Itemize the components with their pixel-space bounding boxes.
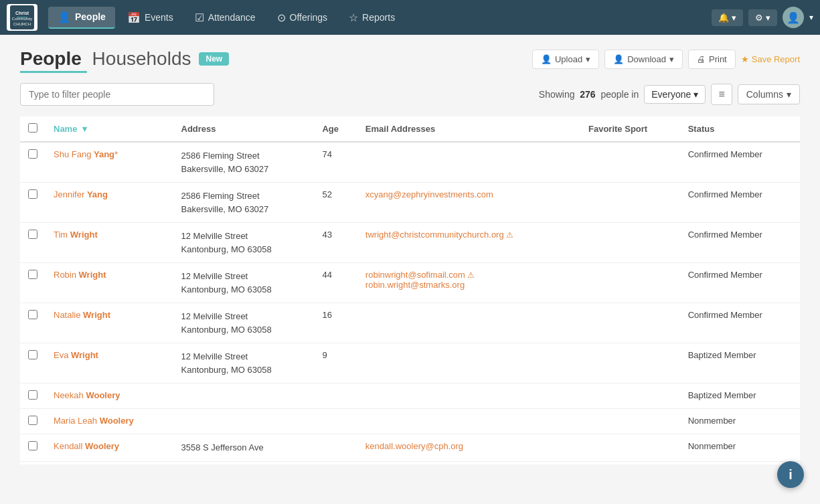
col-name[interactable]: Name ▾: [46, 116, 173, 142]
chevron-down-icon: ▾: [693, 89, 698, 100]
person-name-link[interactable]: Kendall Woolery: [54, 441, 119, 451]
person-name-link[interactable]: Eva Wright: [54, 350, 98, 360]
row-checkbox[interactable]: [28, 350, 37, 359]
reports-icon: ☆: [349, 11, 358, 24]
row-checkbox[interactable]: [28, 390, 37, 400]
download-chevron-icon: ▾: [669, 54, 674, 64]
download-button[interactable]: 👤 Download ▾: [604, 50, 683, 69]
page-title: People Households: [20, 48, 191, 70]
row-address-cell: 12 Melville StreetKantonburg, MO 63058: [173, 303, 315, 343]
table-header: Name ▾ Address Age Email Addresses Favor…: [20, 116, 800, 142]
upload-icon: 👤: [541, 54, 552, 64]
row-status-cell: Nonmember: [680, 409, 800, 434]
row-status-cell: Confirmed Member: [680, 223, 800, 263]
people-table: Name ▾ Address Age Email Addresses Favor…: [20, 116, 800, 465]
svg-text:Christ: Christ: [15, 11, 29, 15]
table-row: Shu Fang Yang*2586 Fleming StreetBakersv…: [20, 142, 800, 183]
table-row: Eva Wright12 Melville StreetKantonburg, …: [20, 343, 800, 384]
row-address-cell: 12 Melville StreetKantonburg, MO 63058: [173, 343, 315, 384]
select-all-header: [20, 116, 46, 142]
row-name-cell: Robin Wright: [46, 263, 173, 303]
row-age-cell: 44: [314, 263, 357, 303]
row-checkbox-cell: [20, 263, 46, 303]
row-checkbox-cell: [20, 384, 46, 409]
row-status-cell: Nonmember: [680, 434, 800, 462]
row-checkbox[interactable]: [28, 230, 37, 239]
new-badge[interactable]: New: [199, 52, 229, 66]
col-email: Email Addresses: [357, 116, 580, 142]
person-name-link[interactable]: Shu Fang Yang*: [54, 149, 118, 159]
avatar[interactable]: 👤: [783, 7, 804, 28]
upload-button[interactable]: 👤 Upload ▾: [532, 50, 599, 69]
person-name-link[interactable]: Robin Wright: [54, 270, 106, 280]
row-sport-cell: [580, 434, 680, 462]
row-address-cell: [173, 409, 315, 434]
row-email-cell: [357, 343, 580, 384]
email-link[interactable]: kendall.woolery@cph.org: [365, 441, 463, 451]
nav-item-offerings[interactable]: ⊙ Offerings: [268, 7, 337, 28]
filter-list-button[interactable]: ≡: [711, 84, 732, 105]
row-name-cell: Maria Leah Woolery: [46, 409, 173, 434]
search-input[interactable]: [20, 83, 214, 106]
col-address: Address: [173, 116, 315, 142]
table-container: Name ▾ Address Age Email Addresses Favor…: [20, 116, 800, 465]
everyone-select[interactable]: Everyone ▾: [644, 85, 706, 104]
row-checkbox-cell: [20, 461, 46, 465]
row-checkbox[interactable]: [28, 416, 37, 425]
row-age-cell: [314, 409, 357, 434]
nav-item-events[interactable]: 📅 Events: [118, 7, 183, 28]
row-email-cell: [357, 461, 580, 465]
row-address-cell: [173, 461, 315, 465]
nav-item-people[interactable]: 👤 People: [48, 7, 115, 29]
nav-label-events: Events: [145, 12, 173, 23]
columns-chevron-icon: ▾: [787, 89, 791, 100]
nav-item-attendance[interactable]: ☑ Attendance: [185, 7, 265, 28]
email-link[interactable]: robinwright@sofimail.com: [365, 270, 465, 280]
row-sport-cell: [580, 183, 680, 223]
row-checkbox-cell: [20, 183, 46, 223]
columns-button[interactable]: Columns ▾: [738, 84, 800, 104]
row-checkbox-cell: [20, 434, 46, 462]
notifications-button[interactable]: 🔔▾: [712, 9, 743, 26]
row-status-cell: Confirmed Member: [680, 183, 800, 223]
table-row: Maria Leah WooleryNonmember: [20, 409, 800, 434]
row-email-cell: [357, 384, 580, 409]
bell-icon: 🔔: [718, 13, 729, 23]
email-link[interactable]: xcyang@zephryinvestments.com: [365, 189, 493, 199]
row-sport-cell: [580, 263, 680, 303]
person-name-link[interactable]: Neekah Woolery: [54, 390, 120, 400]
row-address-cell: 2586 Fleming StreetBakersville, MO 63027: [173, 183, 315, 223]
row-name-cell: Eva Wright: [46, 343, 173, 384]
warning-icon: ⚠: [467, 270, 475, 280]
person-name-link[interactable]: Natalie Wright: [54, 310, 110, 320]
select-all-checkbox[interactable]: [28, 123, 37, 133]
page-content: People Households New 👤 Upload ▾ 👤 Downl…: [0, 35, 820, 478]
row-checkbox-cell: [20, 303, 46, 343]
settings-button[interactable]: ⚙▾: [748, 9, 777, 26]
person-name-link[interactable]: Jennifer Yang: [54, 189, 108, 199]
row-checkbox[interactable]: [28, 441, 37, 450]
row-checkbox[interactable]: [28, 310, 37, 319]
app-logo[interactable]: Christ Community CHURCH: [7, 4, 37, 31]
title-people: People: [20, 48, 82, 69]
email-link[interactable]: robin.wright@stmarks.org: [365, 280, 465, 290]
person-name-link[interactable]: Tim Wright: [54, 230, 98, 240]
nav-links: 👤 People 📅 Events ☑ Attendance ⊙ Offerin…: [48, 7, 712, 29]
row-sport-cell: [580, 223, 680, 263]
sort-icon: ▾: [82, 124, 87, 134]
print-button[interactable]: 🖨 Print: [688, 50, 736, 69]
row-status-cell: Confirmed Member: [680, 263, 800, 303]
row-checkbox[interactable]: [28, 189, 37, 199]
save-report-button[interactable]: ★ Save Report: [741, 54, 800, 64]
table-row: Natalie Wright12 Melville StreetKantonbu…: [20, 303, 800, 343]
email-link[interactable]: twright@christcommunitychurch.org: [365, 230, 504, 240]
person-name-link[interactable]: Maria Leah Woolery: [54, 416, 134, 426]
row-checkbox[interactable]: [28, 270, 37, 279]
nav-label-people: People: [75, 11, 106, 22]
row-checkbox[interactable]: [28, 149, 37, 159]
nav-item-reports[interactable]: ☆ Reports: [339, 7, 404, 28]
print-icon: 🖨: [697, 54, 706, 64]
star-icon: ★: [741, 54, 749, 64]
row-status-cell: Confirmed Member: [680, 142, 800, 183]
filter-bar: Showing 276 people in Everyone ▾ ≡ Colum…: [20, 83, 800, 106]
